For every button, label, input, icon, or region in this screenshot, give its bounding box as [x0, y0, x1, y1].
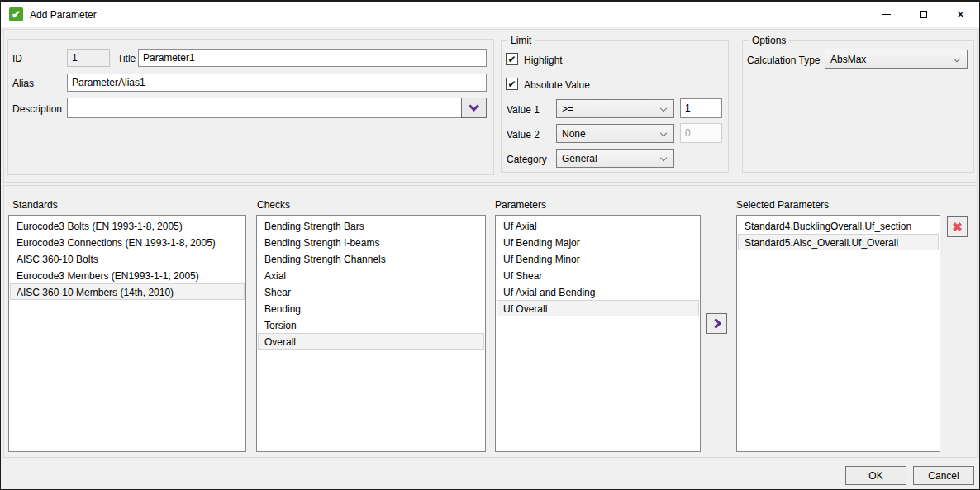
list-item[interactable]: Standard4.BucklingOverall.Uf_section	[738, 217, 939, 234]
description-label: Description	[12, 103, 62, 115]
calculation-type-value: AbsMax	[830, 54, 866, 65]
limit-group-label: Limit	[507, 35, 535, 46]
red-x-icon: ✖	[952, 221, 963, 233]
list-item[interactable]: Bending Strength I-beams	[258, 234, 484, 250]
ok-button[interactable]: OK	[845, 466, 906, 485]
options-group-label: Options	[749, 35, 789, 46]
value2-label: Value 2	[507, 129, 540, 140]
list-item[interactable]: Bending	[258, 300, 484, 316]
list-item[interactable]: Eurocode3 Connections (EN 1993-1-8, 2005…	[10, 234, 245, 250]
maximize-button[interactable]	[905, 2, 942, 27]
category-label: Category	[507, 154, 547, 165]
list-item[interactable]: Uf Overall	[497, 300, 699, 316]
list-item[interactable]: AISC 360-10 Members (14th, 2010)	[10, 283, 245, 300]
list-item[interactable]: Shear	[258, 283, 484, 300]
chevron-down-icon	[660, 154, 667, 160]
add-parameter-button[interactable]	[706, 313, 727, 334]
category-value: General	[562, 153, 597, 164]
chevron-down-icon	[660, 129, 667, 136]
app-check-icon: ✔	[9, 7, 23, 21]
description-field[interactable]	[67, 98, 487, 118]
value1-operator-select[interactable]: >=	[556, 99, 674, 118]
parameters-list[interactable]: Uf AxialUf Bending MajorUf Bending Minor…	[495, 215, 701, 452]
minimize-icon	[882, 14, 891, 15]
add-parameter-dialog: ✔ Add Parameter ✕ ID Title Alias Descrip…	[0, 0, 980, 490]
checks-label: Checks	[257, 199, 290, 211]
parameters-label: Parameters	[495, 199, 546, 211]
list-item[interactable]: Eurocode3 Bolts (EN 1993-1-8, 2005)	[10, 217, 245, 234]
selected-parameters-label: Selected Parameters	[736, 199, 829, 211]
list-item[interactable]: Overall	[258, 333, 484, 350]
value2-input	[680, 123, 722, 143]
close-icon: ✕	[956, 9, 965, 20]
description-dropdown-button[interactable]	[461, 98, 487, 118]
title-label: Title	[117, 53, 136, 64]
chevron-down-icon	[954, 55, 960, 61]
list-item[interactable]: Standard5.Aisc_Overall.Uf_Overall	[738, 234, 939, 250]
value2-operator-select[interactable]: None	[556, 124, 674, 143]
window-title: Add Parameter	[30, 9, 97, 21]
titlebar: ✔ Add Parameter ✕	[1, 2, 979, 27]
value1-label: Value 1	[507, 104, 540, 116]
alias-label: Alias	[12, 78, 34, 89]
list-item[interactable]: Axial	[258, 267, 484, 283]
remove-parameter-button[interactable]: ✖	[947, 216, 968, 237]
arrow-right-icon	[711, 318, 721, 329]
chevron-down-icon	[660, 104, 667, 111]
list-item[interactable]: Uf Axial and Bending	[497, 283, 699, 300]
list-item[interactable]: Uf Bending Minor	[497, 250, 699, 267]
standards-label: Standards	[12, 199, 58, 211]
close-button[interactable]: ✕	[942, 2, 979, 27]
list-item[interactable]: Uf Shear	[497, 267, 699, 283]
absolute-value-label: Absolute Value	[524, 79, 590, 91]
list-item[interactable]: Bending Strength Bars	[258, 217, 484, 234]
value1-input[interactable]	[680, 98, 722, 118]
value1-operator-value: >=	[562, 103, 573, 115]
calculation-type-select[interactable]: AbsMax	[825, 50, 968, 69]
list-item[interactable]: Bending Strength Channels	[258, 250, 484, 267]
value2-operator-value: None	[562, 128, 586, 140]
list-item[interactable]: Uf Bending Major	[497, 234, 699, 250]
checks-list[interactable]: Bending Strength BarsBending Strength I-…	[256, 215, 486, 452]
list-item[interactable]: Torsion	[258, 316, 484, 333]
id-field[interactable]	[67, 49, 110, 67]
calculation-type-label: Calculation Type	[747, 55, 821, 66]
title-field[interactable]	[138, 49, 487, 67]
selected-parameters-list[interactable]: Standard4.BucklingOverall.Uf_sectionStan…	[736, 215, 940, 452]
list-item[interactable]: Uf Axial	[497, 217, 699, 234]
maximize-icon	[920, 11, 927, 18]
cancel-button[interactable]: Cancel	[913, 466, 974, 485]
chevron-down-icon	[469, 101, 479, 112]
category-select[interactable]: General	[556, 149, 674, 168]
minimize-button[interactable]	[868, 2, 905, 27]
list-item[interactable]: Eurocode3 Members (EN1993-1-1, 2005)	[10, 267, 245, 283]
id-label: ID	[12, 53, 22, 64]
highlight-label: Highlight	[524, 55, 563, 66]
alias-field[interactable]	[67, 74, 487, 92]
list-item[interactable]: AISC 360-10 Bolts	[10, 250, 245, 267]
highlight-checkbox[interactable]	[506, 53, 518, 65]
absolute-value-checkbox[interactable]	[506, 78, 518, 90]
standards-list[interactable]: Eurocode3 Bolts (EN 1993-1-8, 2005)Euroc…	[8, 215, 246, 452]
